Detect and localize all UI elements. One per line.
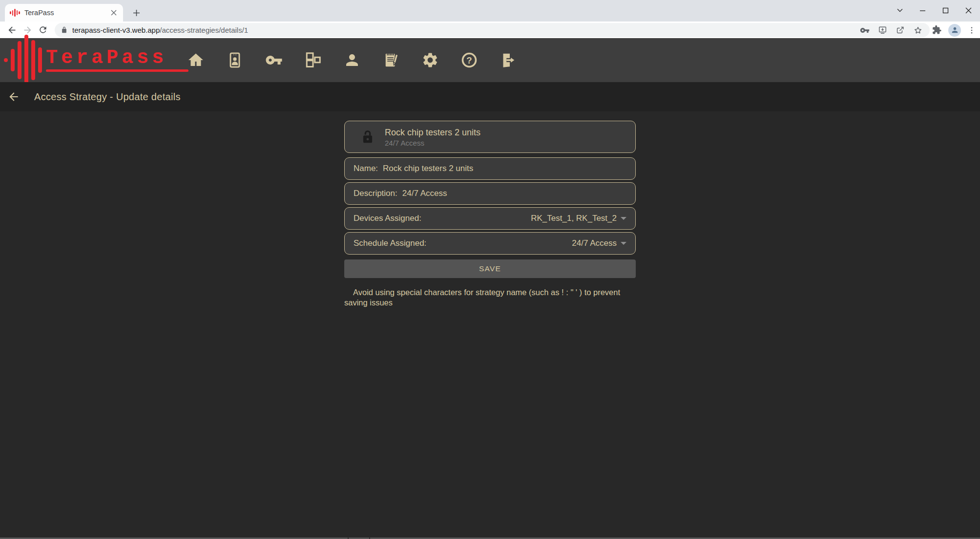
badge-icon[interactable] [226,51,244,69]
browser-toolbar: terapass-client-v3.web.app/access-strate… [0,22,980,38]
devices-assigned-label: Devices Assigned: [354,214,421,223]
devices-tree-icon[interactable] [304,51,322,69]
install-app-icon[interactable] [878,25,887,35]
terapass-logo: TeraPass [4,38,188,82]
tab-close-icon[interactable] [109,8,118,17]
tab-title: TeraPass [24,9,109,17]
omnibox-actions [860,25,923,35]
url-text: terapass-client-v3.web.app/access-strate… [72,26,860,34]
window-maximize-button[interactable] [934,0,957,21]
key-icon[interactable] [265,51,283,69]
terapass-favicon-icon [10,9,20,17]
browser-tab-strip: TeraPass [0,0,980,22]
page-title: Access Strategy - Update details [34,91,181,103]
description-value: 24/7 Access [402,189,447,198]
new-tab-button[interactable] [129,6,143,20]
name-field[interactable]: Name: Rock chip testers 2 units [344,157,636,180]
extensions-puzzle-icon[interactable] [932,25,942,35]
dropdown-caret-icon [621,242,626,245]
https-lock-icon[interactable] [61,26,68,34]
svg-text:?: ? [466,55,472,65]
devices-assigned-value: RK_Test_1, RK_Test_2 [531,214,617,223]
window-minimize-button[interactable] [911,0,934,21]
strategy-form: Rock chip testers 2 units 24/7 Access Na… [344,121,636,308]
browser-menu-dots-icon[interactable] [967,26,976,35]
browser-action-icons [932,23,976,37]
name-value: Rock chip testers 2 units [383,164,473,173]
tab-search-chevron-icon[interactable] [888,0,911,21]
window-close-button[interactable] [957,0,980,21]
dropdown-caret-icon [621,217,626,220]
description-label: Description: [354,189,397,198]
saved-passwords-key-icon[interactable] [860,25,870,35]
home-icon[interactable] [187,51,205,69]
logout-icon[interactable] [500,51,517,69]
strategy-summary-card: Rock chip testers 2 units 24/7 Access [344,121,636,153]
schedule-assigned-dropdown[interactable]: Schedule Assigned: 24/7 Access [344,232,636,255]
save-button[interactable]: SAVE [344,259,636,278]
url-bar[interactable]: terapass-client-v3.web.app/access-strate… [55,23,930,37]
terapass-waveform-icon [4,35,42,86]
strategy-title: Rock chip testers 2 units [385,127,480,138]
logs-icon[interactable] [382,51,400,69]
url-path: /access-strategies/details/1 [160,26,248,34]
main-nav: ? [187,38,517,82]
strategy-subtitle: 24/7 Access [385,138,480,148]
back-arrow-icon[interactable] [6,89,21,104]
bookmark-star-icon[interactable] [913,25,923,35]
app-header: TeraPass [0,38,980,82]
screen: TeraPass [0,0,980,539]
browser-profile-avatar[interactable] [948,24,961,37]
name-label: Name: [354,164,378,173]
user-icon[interactable] [343,51,361,69]
browser-tab[interactable]: TeraPass [5,4,123,22]
settings-gear-icon[interactable] [421,51,439,69]
warning-text: Avoid using special characters for strat… [344,287,636,308]
url-domain: terapass-client-v3.web.app [72,26,160,34]
lock-open-icon [359,129,376,145]
brand-name: TeraPass [46,48,188,68]
devices-assigned-dropdown[interactable]: Devices Assigned: RK_Test_1, RK_Test_2 [344,207,636,230]
share-icon[interactable] [896,25,905,35]
window-controls [888,0,980,21]
schedule-assigned-value: 24/7 Access [572,238,617,248]
schedule-assigned-label: Schedule Assigned: [354,238,426,248]
help-icon[interactable]: ? [460,51,478,69]
sub-header: Access Strategy - Update details [0,82,980,111]
description-field[interactable]: Description: 24/7 Access [344,182,636,205]
brand-underline [46,69,188,72]
